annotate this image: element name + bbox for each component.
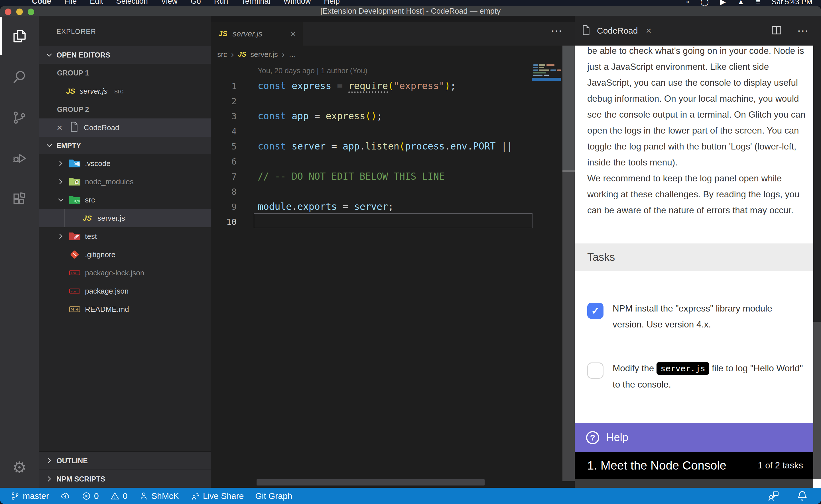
editor-horizontal-scrollbar[interactable] — [257, 479, 485, 485]
folder-vscode-icon — [68, 158, 81, 169]
run-debug-icon[interactable] — [0, 138, 39, 179]
code-line-9[interactable]: 9module.exports = server; — [211, 199, 562, 214]
menubar-status-area: ▫◯▶▲≡Sat 5:43 PM — [687, 0, 812, 6]
help-accordion[interactable]: ? Help — [575, 423, 813, 452]
folder-test-icon — [68, 231, 81, 242]
code-line-8[interactable]: 8 — [211, 184, 562, 199]
chevron-right-icon — [46, 457, 53, 464]
tree-item--gitignore[interactable]: .gitignore — [39, 245, 211, 264]
scrollbar-thumb[interactable] — [562, 46, 575, 172]
open-editor-coderoad[interactable]: × CodeRoad — [39, 118, 211, 137]
outline-section-header[interactable]: OUTLINE — [39, 451, 211, 470]
menu-item-selection[interactable]: Selection — [116, 0, 148, 6]
js-file-icon: JS — [66, 87, 75, 96]
code-line-4[interactable]: 4 — [211, 124, 562, 139]
settings-gear-icon[interactable]: ⚙ — [0, 447, 39, 488]
menubar-status-icon[interactable]: ▶ — [720, 0, 726, 6]
live-share-icon — [190, 491, 200, 501]
status-item-git-graph[interactable]: Git Graph — [255, 491, 292, 501]
code-line-5[interactable]: 5const server = app.listen(process.env.P… — [211, 139, 562, 154]
menu-item-code[interactable]: Code — [32, 0, 51, 6]
search-icon[interactable] — [0, 56, 39, 97]
code-line-6[interactable]: 6 — [211, 154, 562, 169]
menu-item-window[interactable]: Window — [283, 0, 311, 6]
tree-item-readme-md[interactable]: README.md — [39, 300, 211, 318]
svg-text:JS: JS — [75, 181, 79, 184]
tree-item--vscode[interactable]: .vscode — [39, 154, 211, 173]
tree-item-test[interactable]: test — [39, 227, 211, 245]
menu-item-file[interactable]: File — [64, 0, 77, 6]
scrollbar-thumb[interactable] — [813, 46, 821, 322]
error-icon — [81, 491, 91, 501]
task-checkbox-unchecked[interactable] — [587, 362, 603, 379]
menubar-status-icon[interactable]: ◯ — [701, 0, 709, 6]
close-editor-icon[interactable]: × — [55, 123, 64, 132]
close-tab-icon[interactable]: × — [646, 25, 652, 36]
folder-root-header[interactable]: EMPTY — [39, 137, 211, 154]
status-item-errors[interactable]: 0 — [81, 491, 99, 501]
source-control-icon[interactable] — [0, 97, 39, 138]
lesson-content: be able to check what's going on in your… — [587, 46, 807, 218]
code-line-3[interactable]: 3const app = express(); — [211, 108, 562, 124]
js-file-icon: JS — [219, 29, 228, 38]
chevron-right-icon — [46, 475, 53, 483]
chevron-right-icon — [57, 233, 64, 240]
open-editor-server-js[interactable]: JS server.js src — [39, 82, 211, 100]
breadcrumb-file[interactable]: server.js — [250, 50, 278, 59]
coderoad-webview: be able to check what's going on in your… — [575, 46, 813, 479]
tab-coderoad[interactable]: CodeRoad — [597, 26, 638, 36]
code-editor[interactable]: You, 20 days ago | 1 author (You) 1const… — [211, 63, 562, 488]
menu-item-go[interactable]: Go — [191, 0, 201, 6]
minimap[interactable] — [532, 63, 562, 100]
explorer-sidebar: EXPLORER OPEN EDITORS GROUP 1 JS server.… — [39, 16, 211, 488]
menu-item-run[interactable]: Run — [214, 0, 228, 6]
chevron-down-icon — [46, 51, 53, 59]
menu-item-view[interactable]: View — [161, 0, 177, 6]
status-item-user[interactable]: ShMcK — [139, 491, 179, 501]
menubar-status-icon[interactable]: ≡ — [756, 0, 760, 6]
close-tab-icon[interactable]: × — [290, 28, 296, 39]
tree-item-package-lock-json[interactable]: npm package-lock.json — [39, 264, 211, 282]
split-editor-icon[interactable] — [771, 25, 782, 36]
status-item-warnings[interactable]: 0 — [110, 491, 127, 501]
npm-scripts-section-header[interactable]: NPM SCRIPTS — [39, 470, 211, 488]
status-item-branch[interactable]: master — [10, 491, 49, 501]
feedback-icon[interactable] — [767, 490, 780, 502]
tree-item-package-json[interactable]: npm package.json — [39, 282, 211, 300]
chevron-icon — [57, 306, 64, 313]
code-line-7[interactable]: 7// -- DO NOT EDIT BELOW THIS LINE — [211, 169, 562, 184]
status-right — [767, 490, 821, 502]
menu-item-terminal[interactable]: Terminal — [241, 0, 270, 6]
tree-item-src[interactable]: </> src — [39, 191, 211, 209]
workbench: ⚙ EXPLORER OPEN EDITORS GROUP 1 JS serve… — [0, 16, 821, 488]
explorer-icon[interactable] — [0, 16, 39, 56]
notifications-bell-icon[interactable] — [796, 490, 808, 502]
code-line-1[interactable]: 1const express = require("express"); — [211, 78, 562, 93]
status-item-sync[interactable] — [60, 491, 70, 501]
extensions-icon[interactable] — [0, 179, 39, 219]
svg-text:</>: </> — [74, 199, 80, 203]
tab-server-js[interactable]: JS server.js × — [211, 22, 303, 46]
editor-actions-more-icon[interactable]: ⋯ — [551, 24, 563, 37]
editor-top-strip — [211, 16, 575, 22]
panel-more-actions-icon[interactable]: ⋯ — [797, 24, 810, 37]
code-line-2[interactable]: 2 — [211, 93, 562, 108]
breadcrumb: src › JS server.js › … — [211, 46, 575, 63]
menu-item-edit[interactable]: Edit — [90, 0, 103, 6]
breadcrumb-folder[interactable]: src — [217, 50, 227, 59]
editor-vertical-scrollbar[interactable] — [562, 46, 575, 481]
webview-scrollbar[interactable] — [813, 46, 821, 479]
breadcrumb-symbol[interactable]: … — [289, 50, 296, 59]
menubar-status-icon[interactable]: ▫ — [687, 0, 689, 6]
open-editors-header[interactable]: OPEN EDITORS — [39, 46, 211, 64]
menu-item-help[interactable]: Help — [324, 0, 340, 6]
window-title: [Extension Development Host] - CodeRoad … — [0, 6, 821, 16]
chevron-down-icon — [46, 142, 53, 149]
status-item-live-share[interactable]: Live Share — [190, 491, 244, 501]
window-title-bar[interactable]: [Extension Development Host] - CodeRoad … — [0, 6, 821, 16]
task-checkbox-checked[interactable]: ✓ — [587, 303, 603, 319]
current-line-highlight — [254, 213, 532, 228]
tree-item-node-modules[interactable]: JS node_modules — [39, 173, 211, 191]
tree-item-server-js[interactable]: JS server.js — [39, 209, 211, 227]
menubar-status-icon[interactable]: ▲ — [737, 0, 745, 6]
